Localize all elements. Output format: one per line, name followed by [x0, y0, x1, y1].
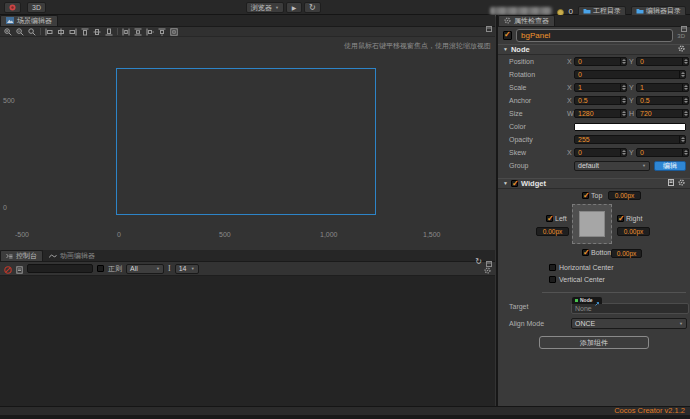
add-component-button[interactable]: 添加组件 — [539, 336, 649, 349]
tab-animation-editor[interactable]: 动画编辑器 — [43, 250, 101, 261]
rotation-field[interactable]: 0 — [574, 70, 686, 79]
font-size-dropdown[interactable]: 14 — [175, 264, 199, 274]
opacity-field[interactable]: 255 — [574, 135, 686, 144]
gear-icon[interactable] — [678, 179, 685, 188]
horizontal-center-checkbox[interactable] — [549, 264, 556, 271]
stretch-v-icon[interactable] — [158, 28, 166, 36]
align-top-icon[interactable] — [81, 28, 89, 36]
regex-checkbox[interactable] — [97, 265, 104, 272]
help-doc-icon[interactable] — [668, 179, 674, 188]
scale-x-field[interactable]: 1 — [574, 83, 627, 92]
console-output-area[interactable] — [0, 276, 495, 406]
preview-target-label: 浏览器 — [251, 3, 272, 13]
widget-bottom-field[interactable]: 0.00px — [611, 249, 642, 258]
stepper[interactable] — [620, 84, 626, 91]
ruler-x-label: -500 — [15, 231, 29, 238]
section-divider — [542, 292, 686, 293]
scale-y-field[interactable]: 1 — [636, 83, 689, 92]
align-mode-dropdown[interactable]: ONCE — [571, 318, 687, 329]
canvas-node-rect[interactable] — [116, 68, 376, 215]
widget-top-group: Top — [582, 192, 602, 199]
stretch-h-icon[interactable] — [146, 28, 154, 36]
panel-menu-icon[interactable] — [681, 18, 687, 36]
align-right-icon[interactable] — [69, 28, 77, 36]
gear-icon[interactable] — [678, 45, 685, 54]
vertical-center-row: Vertical Center — [498, 273, 690, 285]
panel-menu-icon[interactable] — [486, 253, 492, 271]
node-name-input[interactable]: bgPanel — [516, 29, 673, 42]
widget-bottom-checkbox[interactable] — [582, 249, 589, 256]
position-y-field[interactable]: 0 — [636, 57, 689, 66]
scene-canvas[interactable]: 使用鼠标右键平移视窗焦点，使用滚轮缩放视图 500 0 -500 0 500 1… — [0, 37, 495, 249]
clear-log-icon[interactable] — [4, 260, 12, 278]
position-x-field[interactable]: 0 — [574, 57, 627, 66]
fit-icon[interactable] — [170, 28, 178, 36]
toolbar-separator — [117, 28, 118, 35]
zoom-in-icon[interactable] — [4, 28, 12, 36]
refresh-button[interactable] — [304, 2, 321, 13]
folder-icon — [583, 8, 591, 15]
stepper[interactable] — [620, 110, 626, 117]
collapse-caret-icon[interactable] — [503, 47, 508, 52]
stepper[interactable] — [679, 136, 685, 143]
link-icon — [595, 292, 599, 310]
widget-top-field[interactable]: 0.00px — [608, 191, 641, 200]
play-button[interactable] — [286, 2, 302, 13]
skew-y-field[interactable]: 0 — [636, 148, 689, 157]
node-section-header[interactable]: Node — [498, 44, 690, 55]
widget-left-field[interactable]: 0.00px — [536, 227, 569, 236]
widget-right-checkbox[interactable] — [617, 215, 624, 222]
node-active-checkbox[interactable] — [503, 31, 512, 40]
widget-left-checkbox[interactable] — [546, 215, 553, 222]
panel-menu-icon[interactable] — [486, 18, 492, 36]
preview-target-dropdown[interactable]: 浏览器 — [246, 2, 284, 13]
stepper[interactable] — [620, 58, 626, 65]
distribute-v-icon[interactable] — [134, 28, 142, 36]
widget-top-checkbox[interactable] — [582, 192, 589, 199]
log-file-icon[interactable] — [16, 260, 23, 278]
stepper[interactable] — [682, 110, 688, 117]
stepper[interactable] — [682, 84, 688, 91]
font-size-icon: I — [168, 265, 171, 273]
vertical-center-checkbox[interactable] — [549, 276, 556, 283]
stepper[interactable] — [620, 149, 626, 156]
align-h-center-icon[interactable] — [57, 28, 65, 36]
group-dropdown[interactable]: default — [574, 161, 650, 171]
zoom-reset-icon[interactable] — [28, 28, 36, 36]
gizmo-button[interactable] — [4, 2, 21, 13]
size-w-field[interactable]: 1280 — [574, 109, 627, 118]
stepper[interactable] — [679, 71, 685, 78]
stepper[interactable] — [682, 97, 688, 104]
x-axis-label: X — [567, 97, 574, 104]
scale-row: Scale X 1 Y 1 — [498, 81, 690, 94]
widget-enabled-checkbox[interactable] — [511, 180, 518, 187]
anchor-x-field[interactable]: 0.5 — [574, 96, 627, 105]
refresh-icon[interactable] — [475, 258, 482, 266]
ruler-y-label: 500 — [3, 97, 15, 104]
align-mode-label: Align Mode — [509, 320, 571, 327]
stepper[interactable] — [620, 97, 626, 104]
collapse-caret-icon[interactable] — [503, 181, 508, 186]
ruler-x-label: 1,500 — [423, 231, 441, 238]
anchor-y-field[interactable]: 0.5 — [636, 96, 689, 105]
mode-3d-toggle[interactable]: 3D — [27, 2, 46, 13]
color-swatch[interactable] — [574, 123, 686, 131]
widget-right-field[interactable]: 0.00px — [617, 227, 650, 236]
skew-x-field[interactable]: 0 — [574, 148, 627, 157]
log-filter-dropdown[interactable]: All — [126, 264, 164, 274]
tab-console[interactable]: 控制台 — [0, 250, 43, 261]
stepper[interactable] — [682, 149, 688, 156]
target-input[interactable]: None — [571, 303, 689, 314]
console-search-input[interactable] — [27, 264, 93, 273]
widget-section-header[interactable]: Widget — [498, 178, 690, 189]
zoom-out-icon[interactable] — [16, 28, 24, 36]
tab-scene-editor[interactable]: 场景编辑器 — [0, 15, 58, 26]
stepper[interactable] — [682, 58, 688, 65]
tab-property-inspector[interactable]: 属性检查器 — [498, 15, 555, 26]
align-v-center-icon[interactable] — [93, 28, 101, 36]
group-edit-button[interactable]: 编辑 — [654, 161, 686, 171]
distribute-h-icon[interactable] — [122, 28, 130, 36]
align-bottom-icon[interactable] — [105, 28, 113, 36]
align-left-icon[interactable] — [45, 28, 53, 36]
size-h-field[interactable]: 720 — [636, 109, 689, 118]
